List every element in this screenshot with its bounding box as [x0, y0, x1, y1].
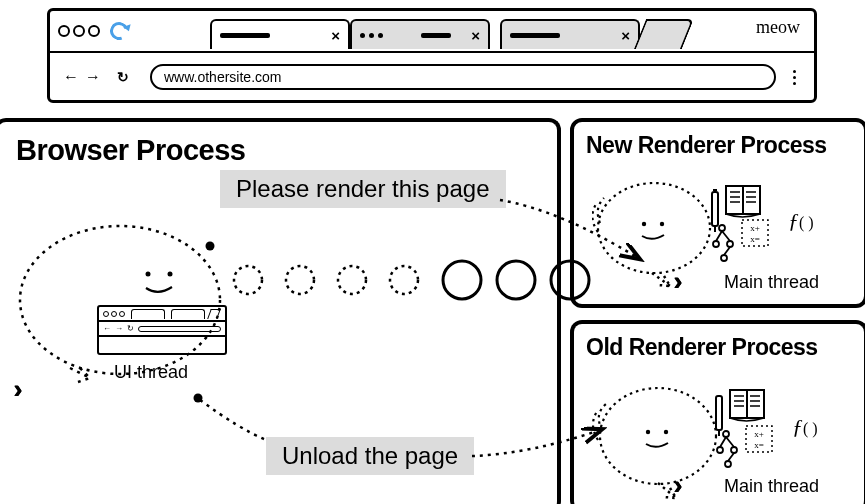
browser-titlebar: × × × meow — [50, 11, 814, 53]
browser-tab-overflow[interactable] — [634, 19, 694, 49]
browser-window: × × × meow ← → ↻ www.othersite.com — [47, 8, 817, 103]
svg-point-14 — [646, 430, 650, 434]
close-icon[interactable]: × — [471, 27, 480, 44]
url-bar[interactable]: www.othersite.com — [150, 64, 776, 90]
thread-label: Main thread — [724, 272, 819, 293]
mini-browser-icon: ←→↻ — [97, 305, 227, 355]
svg-point-7 — [721, 255, 727, 261]
svg-point-1 — [642, 222, 646, 226]
url-text: www.othersite.com — [164, 69, 281, 85]
svg-point-13 — [600, 388, 716, 484]
svg-point-0 — [598, 183, 710, 273]
back-icon[interactable]: ← — [60, 68, 82, 86]
svg-text:( ): ( ) — [799, 214, 814, 232]
thread-label: Main thread — [724, 476, 819, 497]
svg-point-2 — [660, 222, 664, 226]
close-icon[interactable]: × — [621, 27, 630, 44]
svg-rect-16 — [716, 396, 722, 430]
svg-text:( ): ( ) — [803, 420, 818, 438]
message-render: Please render this page — [220, 170, 506, 208]
svg-point-5 — [713, 241, 719, 247]
old-renderer-panel: Old Renderer Process — [570, 320, 865, 504]
svg-text:x=: x= — [754, 440, 764, 450]
svg-rect-3 — [712, 192, 718, 226]
loading-spinner-icon — [107, 19, 131, 43]
svg-point-19 — [731, 447, 737, 453]
svg-point-18 — [717, 447, 723, 453]
panel-title: Old Renderer Process — [574, 324, 864, 371]
svg-point-6 — [727, 241, 733, 247]
thread-label: UI thread — [114, 362, 188, 383]
window-title: meow — [756, 17, 800, 38]
svg-point-20 — [725, 461, 731, 467]
browser-tab[interactable]: × — [350, 19, 490, 49]
svg-text:x+: x+ — [754, 429, 764, 439]
new-renderer-panel: New Renderer Process — [570, 118, 865, 308]
close-icon[interactable]: × — [331, 27, 340, 44]
svg-text:ƒ: ƒ — [792, 414, 803, 439]
svg-point-15 — [664, 430, 668, 434]
forward-icon[interactable]: → — [82, 68, 104, 86]
svg-text:x+: x+ — [750, 223, 760, 233]
message-unload: Unload the page — [266, 437, 474, 475]
svg-point-4 — [719, 225, 725, 231]
traffic-lights-icon — [50, 25, 100, 37]
panel-title: New Renderer Process — [574, 122, 864, 169]
reload-icon[interactable]: ↻ — [112, 69, 134, 85]
browser-tab[interactable]: × — [500, 19, 640, 49]
svg-text:x=: x= — [750, 234, 760, 244]
svg-text:ƒ: ƒ — [788, 208, 799, 233]
menu-icon[interactable] — [784, 70, 804, 85]
svg-point-17 — [723, 431, 729, 437]
browser-tab[interactable]: × — [210, 19, 350, 49]
browser-toolbar: ← → ↻ www.othersite.com — [50, 53, 814, 101]
